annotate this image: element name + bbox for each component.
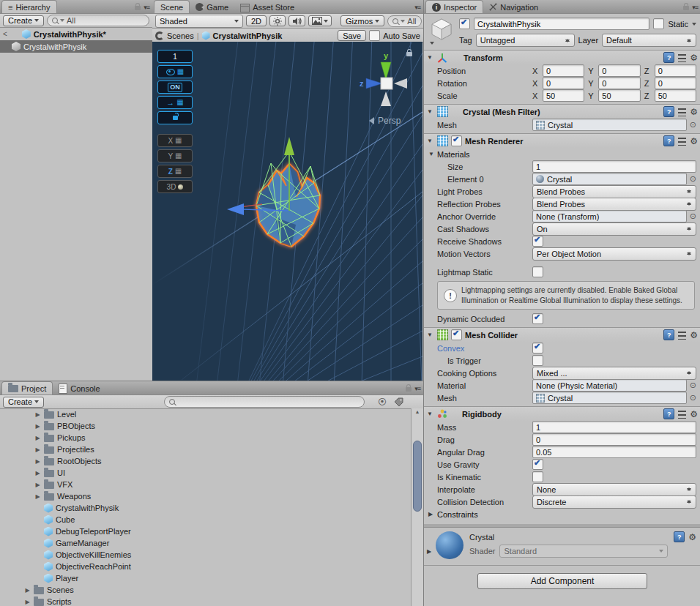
project-scrollbar[interactable]: ▲ [411, 408, 423, 606]
gear-icon[interactable]: ⚙ [690, 410, 698, 419]
object-picker-icon[interactable]: ⊙ [690, 394, 696, 402]
mass-field[interactable]: 1 [532, 421, 696, 433]
progrids-snap-value-button[interactable]: 1 [157, 50, 193, 63]
gear-icon[interactable]: ⚙ [690, 53, 698, 62]
help-icon[interactable]: ? [663, 106, 674, 117]
foldout-icon[interactable]: ▼ [427, 138, 434, 144]
position-x-field[interactable]: 0 [543, 64, 584, 77]
active-checkbox[interactable] [459, 18, 470, 29]
progrids-lock-grid-button[interactable] [157, 111, 193, 124]
position-z-field[interactable]: 0 [655, 64, 696, 77]
create-button[interactable]: Create [3, 15, 44, 26]
tag-dropdown[interactable]: Untagged [476, 34, 575, 47]
2d-toggle-button[interactable]: 2D [246, 15, 267, 26]
menu-icon[interactable]: ▾≡ [414, 386, 420, 392]
expand-arrow-icon[interactable]: ▶ [34, 411, 41, 418]
project-search-input[interactable] [164, 396, 365, 408]
scene-lighting-button[interactable] [269, 15, 286, 26]
static-checkbox[interactable] [653, 18, 664, 29]
progrids-x-axis-button[interactable]: X▦ [157, 134, 193, 147]
gear-icon[interactable]: ⚙ [690, 108, 698, 116]
tab-hierarchy[interactable]: ≡ Hierarchy [1, 0, 57, 13]
foldout-icon[interactable]: ▶ [428, 511, 436, 517]
foldout-icon[interactable]: ▼ [427, 108, 434, 115]
component-header-mesh-filter[interactable]: ▼ Crystal (Mesh Filter) ?⚙ [424, 104, 700, 119]
project-item-pickups[interactable]: ▶Pickups [0, 432, 412, 444]
shader-dropdown[interactable]: Standard [499, 545, 668, 558]
reflection-probes-dropdown[interactable]: Blend Probes [532, 198, 696, 211]
viewport-lock-icon[interactable] [406, 52, 412, 56]
project-item-scenes[interactable]: ▶Scenes [0, 584, 412, 596]
progrids-y-axis-button[interactable]: Y▦ [157, 149, 193, 162]
object-picker-icon[interactable]: ⊙ [690, 381, 696, 389]
collab-filter-icon[interactable]: ⦿ [378, 397, 387, 407]
rotation-z-field[interactable]: 0 [655, 77, 696, 89]
motion-vectors-dropdown[interactable]: Per Object Motion [532, 247, 696, 261]
lock-icon[interactable] [135, 6, 141, 10]
object-picker-icon[interactable]: ⊙ [690, 212, 696, 220]
foldout-icon[interactable]: ▼ [427, 54, 434, 61]
gear-icon[interactable]: ⚙ [688, 533, 696, 542]
foldout-icon[interactable]: ▼ [428, 151, 436, 157]
auto-save-checkbox[interactable] [369, 30, 380, 41]
draw-mode-dropdown[interactable]: Shaded [155, 15, 243, 28]
physic-material-field[interactable]: None (Physic Material) [532, 379, 687, 392]
project-item-objectivekillenemies[interactable]: ObjectiveKillEnemies [0, 549, 412, 561]
progrids-z-axis-button[interactable]: Z▦ [157, 165, 193, 178]
menu-icon[interactable]: ▾≡ [144, 4, 149, 11]
mesh-collider-enabled-checkbox[interactable] [451, 329, 462, 340]
add-component-button[interactable]: Add Component [477, 573, 647, 589]
project-item-vfx[interactable]: ▶VFX [0, 479, 412, 490]
expand-arrow-icon[interactable]: ▶ [34, 482, 41, 488]
angular-drag-field[interactable]: 0.05 [532, 446, 696, 458]
preset-icon[interactable] [678, 108, 686, 116]
gizmo-z-label[interactable]: z [360, 79, 364, 88]
preset-icon[interactable] [678, 54, 686, 62]
scene-viewport[interactable]: y z Persp 1 ▦ ON →▦ [152, 42, 422, 381]
receive-shadows-checkbox[interactable] [532, 236, 543, 247]
cooking-options-dropdown[interactable]: Mixed ... [532, 367, 696, 380]
save-button[interactable]: Save [338, 30, 366, 41]
convex-checkbox[interactable] [532, 343, 543, 354]
expand-arrow-icon[interactable]: ▶ [34, 435, 41, 441]
is-kinematic-checkbox[interactable] [532, 471, 543, 482]
project-item-player[interactable]: Player [0, 572, 412, 584]
material-preview-header[interactable]: ▶ Crystal Shader Standard ?⚙ [424, 524, 700, 565]
lightmap-static-checkbox[interactable] [532, 266, 543, 277]
object-picker-icon[interactable]: ⊙ [690, 175, 696, 183]
gear-icon[interactable]: ⚙ [690, 137, 698, 146]
expand-arrow-icon[interactable]: ▶ [24, 599, 31, 605]
materials-size-field[interactable]: 1 [532, 160, 696, 173]
project-item-cube[interactable]: Cube [0, 514, 412, 525]
help-icon[interactable]: ? [663, 135, 674, 146]
tab-scene[interactable]: Scene [154, 0, 190, 13]
object-picker-icon[interactable]: ⊙ [690, 121, 696, 129]
scroll-up-arrow-icon[interactable]: ▲ [412, 408, 423, 416]
layer-dropdown[interactable]: Default [602, 34, 696, 47]
project-item-gamemanager[interactable]: GameManager [0, 537, 412, 549]
light-probes-dropdown[interactable]: Blend Probes [532, 185, 696, 198]
component-header-transform[interactable]: ▼ Transform ?⚙ [424, 50, 700, 64]
gameobject-thumbnail-icon[interactable] [430, 18, 453, 41]
foldout-icon[interactable]: ▶ [427, 548, 434, 555]
project-item-weapons[interactable]: ▶Weapons [0, 490, 412, 502]
expand-arrow-icon[interactable]: ▶ [34, 470, 41, 476]
hierarchy-search-input[interactable]: All [47, 15, 149, 26]
mesh-renderer-enabled-checkbox[interactable] [451, 135, 462, 146]
tab-asset-store[interactable]: Asset Store [234, 1, 300, 13]
hierarchy-scene-row[interactable]: < CrystalwithPhysik* [0, 28, 152, 40]
project-item-level[interactable]: ▶Level [0, 408, 412, 420]
name-field[interactable] [474, 18, 649, 30]
breadcrumb-root[interactable]: Scenes [167, 31, 194, 40]
expand-arrow-icon[interactable]: ▶ [34, 423, 41, 430]
preset-icon[interactable] [678, 138, 686, 146]
project-item-scripts[interactable]: ▶Scripts [0, 596, 412, 606]
help-icon[interactable]: ? [663, 329, 674, 340]
help-icon[interactable]: ? [674, 531, 685, 542]
scale-y-field[interactable]: 50 [598, 89, 640, 102]
gizmo-projection-label[interactable]: Persp [378, 116, 401, 126]
progrids-snap-toggle-button[interactable]: ON [157, 81, 193, 94]
foldout-icon[interactable]: ▼ [427, 332, 434, 338]
expand-arrow-icon[interactable]: ▶ [34, 458, 41, 465]
progrids-visibility-button[interactable]: ▦ [157, 65, 193, 78]
